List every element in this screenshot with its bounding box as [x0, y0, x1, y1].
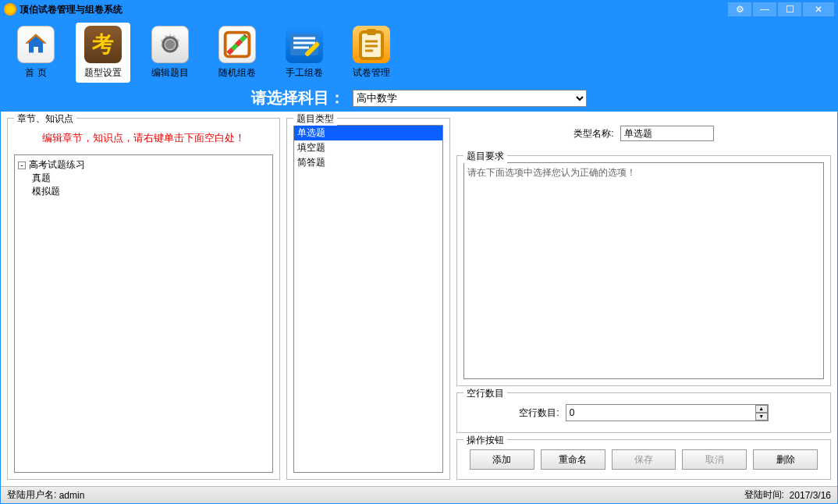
requirement-panel: 题目要求 [456, 155, 831, 386]
blank-lines-panel: 空行数目 空行数目: ▲ ▼ [456, 392, 831, 433]
toolbar-manage[interactable]: 试卷管理 [344, 23, 399, 83]
spin-up-icon[interactable]: ▲ [755, 405, 768, 413]
minimize-button[interactable]: — [753, 2, 776, 16]
close-button[interactable]: ✕ [803, 2, 834, 16]
toolbar-home-label: 首 页 [25, 66, 46, 80]
svg-rect-5 [367, 29, 376, 35]
add-button[interactable]: 添加 [470, 449, 534, 470]
tree-child[interactable]: 模拟题 [32, 185, 269, 198]
toolbar-edit[interactable]: 编辑题目 [143, 23, 197, 83]
gear-icon [151, 26, 189, 63]
chapter-tree[interactable]: -高考试题练习 真题 模拟题 [14, 154, 273, 473]
qtype-item[interactable]: 填空题 [294, 140, 442, 155]
qtype-panel: 题目类型 单选题 填空题 简答题 [286, 118, 450, 480]
random-icon [218, 26, 256, 63]
settings-button[interactable]: ⚙ [728, 2, 751, 16]
app-icon [4, 3, 16, 16]
toolbar-edit-label: 编辑题目 [151, 66, 189, 80]
titlebar: 顶伯试卷管理与组卷系统 ⚙ — ☐ ✕ [1, 1, 837, 18]
blank-lines-input[interactable] [566, 404, 769, 421]
blank-lines-label: 空行数目: [519, 406, 559, 420]
blank-lines-legend: 空行数目 [463, 387, 507, 400]
app-title: 顶伯试卷管理与组卷系统 [20, 3, 728, 16]
cancel-button[interactable]: 取消 [682, 449, 747, 470]
toolbar-type-settings[interactable]: 考 题型设置 [76, 23, 130, 83]
toolbar-type-label: 题型设置 [84, 66, 122, 80]
status-time-label: 登陆时间: [744, 488, 784, 502]
toolbar-manual-label: 手工组卷 [286, 66, 323, 80]
window-controls: ⚙ — ☐ ✕ [728, 2, 834, 16]
spin-down-icon[interactable]: ▼ [755, 413, 768, 421]
content: 章节、知识点 编辑章节，知识点，请右键单击下面空白处！ -高考试题练习 真题 模… [1, 112, 837, 486]
actions-legend: 操作按钮 [463, 434, 507, 447]
type-name-input[interactable] [620, 126, 714, 141]
tree-collapse-icon[interactable]: - [18, 161, 26, 169]
subject-label: 请选择科目： [251, 87, 345, 108]
requirement-legend: 题目要求 [463, 150, 507, 163]
save-button[interactable]: 保存 [612, 449, 676, 470]
toolbar-home[interactable]: 首 页 [9, 23, 63, 83]
maximize-button[interactable]: ☐ [778, 2, 801, 16]
qtype-item[interactable]: 简答题 [294, 155, 442, 170]
status-user-value: admin [59, 490, 85, 501]
delete-button[interactable]: 删除 [753, 449, 818, 470]
manual-icon [286, 26, 323, 63]
toolbar: 首 页 考 题型设置 编辑题目 随机组卷 [1, 18, 837, 112]
toolbar-random[interactable]: 随机组卷 [210, 23, 265, 83]
status-user-label: 登陆用户名: [7, 488, 56, 502]
toolbar-random-label: 随机组卷 [218, 66, 256, 80]
exam-icon: 考 [84, 26, 122, 63]
qtype-legend: 题目类型 [293, 112, 337, 126]
requirement-textarea[interactable] [463, 162, 824, 379]
chapter-panel: 章节、知识点 编辑章节，知识点，请右键单击下面空白处！ -高考试题练习 真题 模… [7, 118, 280, 480]
clipboard-icon [353, 26, 390, 63]
toolbar-manage-label: 试卷管理 [353, 66, 390, 80]
app-window: 顶伯试卷管理与组卷系统 ⚙ — ☐ ✕ 首 页 考 题型设置 [0, 0, 838, 504]
toolbar-manual[interactable]: 手工组卷 [277, 23, 332, 83]
rename-button[interactable]: 重命名 [541, 449, 605, 470]
toolbar-buttons: 首 页 考 题型设置 编辑题目 随机组卷 [1, 18, 837, 83]
tree-child[interactable]: 真题 [32, 172, 269, 185]
chapter-legend: 章节、知识点 [14, 112, 76, 126]
qtype-item[interactable]: 单选题 [294, 126, 442, 140]
tree-root[interactable]: -高考试题练习 [18, 158, 269, 172]
detail-panel: 类型名称: 题目要求 空行数目 空行数目: ▲ ▼ [456, 118, 831, 480]
type-name-label: 类型名称: [573, 127, 613, 140]
chapter-tip: 编辑章节，知识点，请右键单击下面空白处！ [14, 125, 273, 154]
subject-select[interactable]: 高中数学 [353, 90, 587, 107]
statusbar: 登陆用户名: admin 登陆时间: 2017/3/16 [1, 486, 837, 503]
qtype-list[interactable]: 单选题 填空题 简答题 [293, 125, 443, 473]
actions-panel: 操作按钮 添加 重命名 保存 取消 删除 [456, 439, 831, 480]
type-name-row: 类型名称: [456, 118, 831, 149]
status-time-value: 2017/3/16 [790, 490, 831, 501]
home-icon [17, 26, 55, 63]
